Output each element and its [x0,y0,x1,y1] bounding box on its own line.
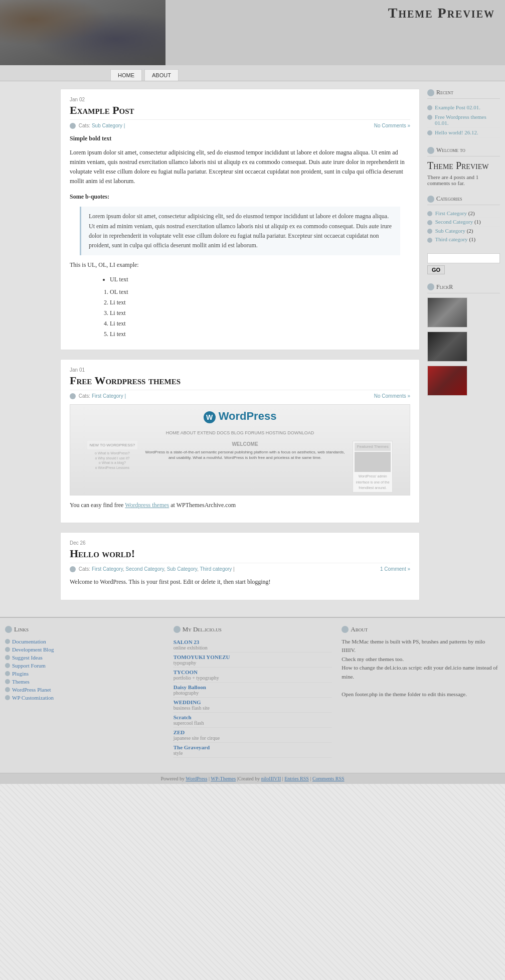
del-title-3: TYCOON [174,669,332,675]
cat-link-1[interactable]: First Category [435,210,467,216]
welcome-text: There are 4 posts and 1 comments so far. [427,174,500,186]
footer-link-6: Themes [5,678,163,686]
post-comments-1[interactable]: No Comments » [374,123,410,129]
recent-post-1: Example Post 02.01. [427,103,500,112]
widget-welcome: Welcome to Theme Preview There are 4 pos… [427,146,500,186]
fl-icon-6 [5,679,10,684]
widget-flickr: FlickR [427,283,500,396]
del-sub-2: typography [174,660,332,666]
wp-themes-link[interactable]: Wordpress themes [125,502,169,509]
cat-link-third[interactable]: Third category [200,566,232,572]
del-title-1: SALON 23 [174,639,332,645]
flickr-images [427,297,500,396]
footer-wpthemes-link[interactable]: WP-Themes [211,776,236,781]
fl-anchor-6[interactable]: Themes [12,679,30,685]
fl-anchor-2[interactable]: Development Blog [12,646,54,652]
wp-main-mock: WELCOME WordPress is a state-of-the-art … [141,441,349,493]
post-hello-world: Dec 26 Hello world! Cats: First Category… [60,532,420,600]
fl-anchor-8[interactable]: WP Customization [12,695,54,701]
fl-anchor-5[interactable]: Plugins [12,671,29,677]
cat-count-3: (2) [467,228,473,234]
cat-link-3[interactable]: Sub Category [435,228,465,234]
blockquote-label: Some b-quotes: [70,192,410,202]
site-title: Theme Preview [388,5,495,21]
widget-recent: Recent Example Post 02.01. Free Wordpres… [427,89,500,137]
search-box: GO [427,253,500,274]
cats-icon-2 [70,393,76,399]
fl-anchor-4[interactable]: Support Forum [12,663,46,669]
recent-post-2: Free Wordpress themes 01.01. [427,112,500,128]
post-meta-1: Cats: Sub Category | No Comments » [70,123,410,129]
content-area: Jan 02 Example Post Cats: Sub Category |… [60,89,420,609]
flickr-img-3[interactable] [427,366,467,396]
cat-link-second[interactable]: Second Category [126,566,164,572]
post-meta-3: Cats: First Category, Second Category, S… [70,566,410,572]
footer-delicious-title: My Del.icio.us [174,625,332,633]
recent-link-2[interactable]: Free Wordpress themes 01.01. [435,114,500,126]
widget-categories: Categories First Category (2) Second Cat… [427,195,500,244]
cat-icon-4 [427,238,432,243]
nav-about[interactable]: ABOUT [144,69,179,81]
list-label: This is UL, OL, LI example: [70,260,410,270]
del-title-5: WEDDING [174,699,332,705]
fl-anchor-1[interactable]: Documentation [12,638,46,644]
cat-link-2[interactable]: Second Category [435,219,473,225]
del-title-8: The Graveyard [174,744,332,750]
footer-links-title: Links [5,625,163,633]
footer-links-list: Documentation Development Blog Suggest I… [5,637,163,702]
recent-link-3[interactable]: Hello world! 26.12. [435,129,478,135]
footer-link-5: Plugins [5,670,163,678]
cats-list-3: First Category, Second Category, Sub Cat… [92,566,235,572]
del-item-6: Scratch supercool flash [174,713,332,728]
flickr-img-1[interactable] [427,297,467,328]
cat-link-4[interactable]: Third category [435,236,468,242]
delicious-list: SALON 23 online exhibition TOMOYUKI YONE… [174,637,332,758]
categories-icon [427,196,434,203]
fl-anchor-3[interactable]: Suggest Ideas [12,655,43,661]
wp-themes-text: You can easy find free Wordpress themes … [70,501,410,510]
wp-logo-wordpress: WordPress [219,410,277,422]
post-comments-3[interactable]: 1 Comment » [380,566,410,572]
cat-count-4: (1) [469,236,475,242]
cat-link-first[interactable]: First Category [92,566,123,572]
list-example: UL text OL text Li text Li text Li text … [100,275,410,339]
post-comments-2[interactable]: No Comments » [374,393,410,399]
wp-text-after: at WPThemesArchive.com [171,502,236,509]
categories-title: Categories [427,195,500,205]
welcome-heading: Theme Preview [427,159,500,172]
post-example: Jan 02 Example Post Cats: Sub Category |… [60,89,420,350]
post-meta-2: Cats: First Category | No Comments » [70,393,410,399]
hello-world-body: Welcome to WordPress. This is your first… [70,577,410,587]
search-button[interactable]: GO [427,265,445,274]
post-cats-1: Cats: Sub Category | [70,123,125,129]
body-p1: Lorem ipsum dolor sit amet, consectetur … [70,148,410,187]
del-item-8: The Graveyard style [174,743,332,758]
post-cat-link-2[interactable]: First Category | [92,393,126,399]
cat-icon-1 [427,211,432,216]
nav-home[interactable]: HOME [110,69,142,81]
wp-screenshot: W WordPress HOME ABOUT EXTEND DOCS BLOG … [70,404,410,496]
recent-posts-list: Example Post 02.01. Free Wordpress theme… [427,103,500,137]
header-collage [0,0,165,65]
footer-wp-link[interactable]: WordPress [186,776,207,781]
del-sub-1: online exhibition [174,645,332,650]
fl-icon-8 [5,695,10,700]
flickr-img-2[interactable] [427,332,467,362]
ol-item: OL text [110,287,410,297]
footer-author-link[interactable]: niloIIIVII [261,776,281,781]
links-title-icon [5,626,12,633]
footer-entries-rss[interactable]: Entries RSS [284,776,309,781]
fl-anchor-7[interactable]: WordPress Planet [12,687,51,693]
recent-link-1[interactable]: Example Post 02.01. [435,104,480,110]
post-cat-link-1[interactable]: Sub Category | [92,123,125,128]
footer-link-4: Support Forum [5,662,163,670]
cat-link-sub[interactable]: Sub Category [167,566,197,572]
flickr-icon [427,283,434,290]
cat-item-3: Sub Category (2) [427,227,500,235]
footer-comments-rss[interactable]: Comments RSS [312,776,345,781]
del-item-1: SALON 23 online exhibition [174,637,332,652]
footer-powered: Powered by [160,776,185,781]
footer-link-3: Suggest Ideas [5,654,163,662]
search-input[interactable] [427,253,500,263]
cat-item-2: Second Category (1) [427,218,500,226]
